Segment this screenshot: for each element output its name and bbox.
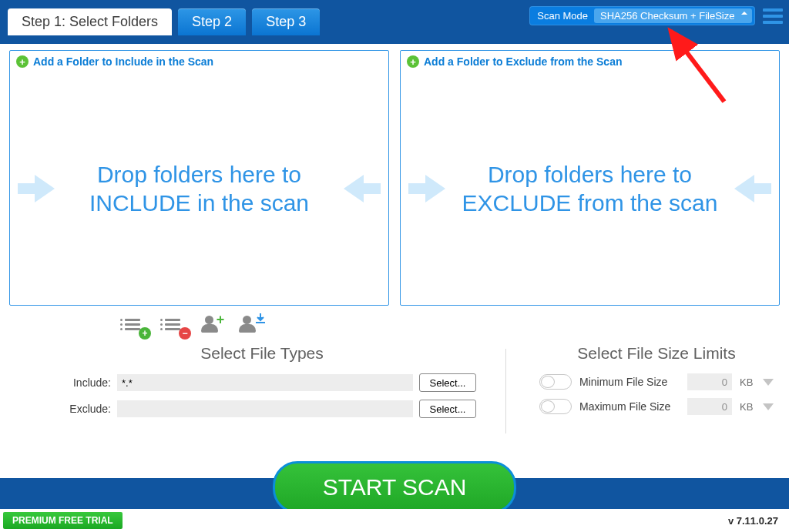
include-panel: + Add a Folder to Include in the Scan Dr… bbox=[9, 50, 389, 306]
list-icon bbox=[125, 319, 140, 330]
exclude-dropzone-text: Drop folders here to EXCLUDE from the sc… bbox=[453, 160, 727, 218]
file-types-section: Select File Types Include: Select... Exc… bbox=[23, 344, 501, 426]
remove-list-button[interactable]: − bbox=[159, 313, 186, 335]
import-profile-button[interactable] bbox=[239, 313, 267, 335]
arrow-right-icon bbox=[408, 175, 445, 202]
include-types-input[interactable] bbox=[117, 374, 413, 391]
start-bar: START SCAN bbox=[0, 478, 789, 509]
person-icon bbox=[201, 316, 218, 333]
file-types-title: Select File Types bbox=[23, 344, 501, 363]
divider bbox=[505, 349, 506, 433]
exclude-panel: + Add a Folder to Exclude from the Scan … bbox=[400, 50, 780, 306]
plus-icon: + bbox=[407, 55, 419, 68]
footer: PREMIUM FREE TRIAL v 7.11.0.27 bbox=[0, 509, 789, 532]
list-icon bbox=[165, 319, 180, 330]
scan-mode-select[interactable]: SHA256 Checksum + FileSize bbox=[594, 8, 752, 23]
tab-step-2[interactable]: Step 2 bbox=[178, 8, 246, 35]
exclude-types-select-button[interactable]: Select... bbox=[419, 400, 476, 418]
top-bar: Step 1: Select Folders Step 2 Step 3 Sca… bbox=[0, 0, 789, 35]
max-size-unit: KB bbox=[740, 401, 755, 413]
exclude-types-input[interactable] bbox=[117, 400, 413, 417]
menu-icon[interactable] bbox=[763, 8, 783, 24]
file-size-section: Select File Size Limits Minimum File Siz… bbox=[501, 344, 774, 426]
exclude-types-label: Exclude: bbox=[23, 403, 111, 415]
start-scan-button[interactable]: START SCAN bbox=[273, 461, 516, 514]
svg-rect-0 bbox=[256, 322, 265, 323]
min-size-unit: KB bbox=[740, 376, 755, 388]
person-icon bbox=[239, 316, 256, 333]
add-list-button[interactable]: + bbox=[119, 313, 146, 335]
arrow-right-icon bbox=[18, 175, 55, 202]
include-types-label: Include: bbox=[23, 376, 111, 389]
file-size-title: Select File Size Limits bbox=[539, 344, 774, 363]
exclude-dropzone[interactable]: Drop folders here to EXCLUDE from the sc… bbox=[401, 72, 779, 305]
max-size-toggle[interactable] bbox=[539, 399, 572, 414]
tab-step-3[interactable]: Step 3 bbox=[252, 8, 320, 35]
premium-trial-button[interactable]: PREMIUM FREE TRIAL bbox=[3, 512, 123, 529]
add-exclude-folder-link[interactable]: + Add a Folder to Exclude from the Scan bbox=[401, 51, 779, 72]
include-types-select-button[interactable]: Select... bbox=[419, 373, 476, 392]
scan-mode-label: Scan Mode bbox=[537, 10, 588, 22]
max-size-label: Maximum File Size bbox=[579, 400, 680, 413]
arrow-left-icon bbox=[734, 175, 771, 202]
min-size-unit-dropdown[interactable] bbox=[763, 379, 774, 386]
tab-step-1[interactable]: Step 1: Select Folders bbox=[8, 8, 172, 35]
step-tabs: Step 1: Select Folders Step 2 Step 3 bbox=[8, 8, 320, 35]
download-icon bbox=[256, 323, 267, 325]
min-size-toggle[interactable] bbox=[539, 374, 572, 390]
include-dropzone[interactable]: Drop folders here to INCLUDE in the scan bbox=[10, 72, 388, 305]
folder-toolbar: + − + bbox=[0, 306, 789, 338]
arrow-left-icon bbox=[344, 175, 381, 202]
add-profile-button[interactable]: + bbox=[199, 313, 227, 335]
min-size-input[interactable] bbox=[687, 373, 732, 390]
scan-mode-control: Scan Mode SHA256 Checksum + FileSize bbox=[529, 6, 755, 25]
max-size-unit-dropdown[interactable] bbox=[763, 403, 774, 410]
version-label: v 7.11.0.27 bbox=[728, 515, 778, 527]
max-size-input[interactable] bbox=[687, 398, 732, 415]
include-dropzone-text: Drop folders here to INCLUDE in the scan bbox=[62, 160, 336, 218]
options-row: Select File Types Include: Select... Exc… bbox=[0, 338, 789, 426]
plus-icon: + bbox=[16, 55, 29, 68]
min-size-label: Minimum File Size bbox=[579, 376, 680, 388]
add-include-folder-link[interactable]: + Add a Folder to Include in the Scan bbox=[10, 51, 388, 72]
folder-panels: + Add a Folder to Include in the Scan Dr… bbox=[0, 44, 789, 306]
